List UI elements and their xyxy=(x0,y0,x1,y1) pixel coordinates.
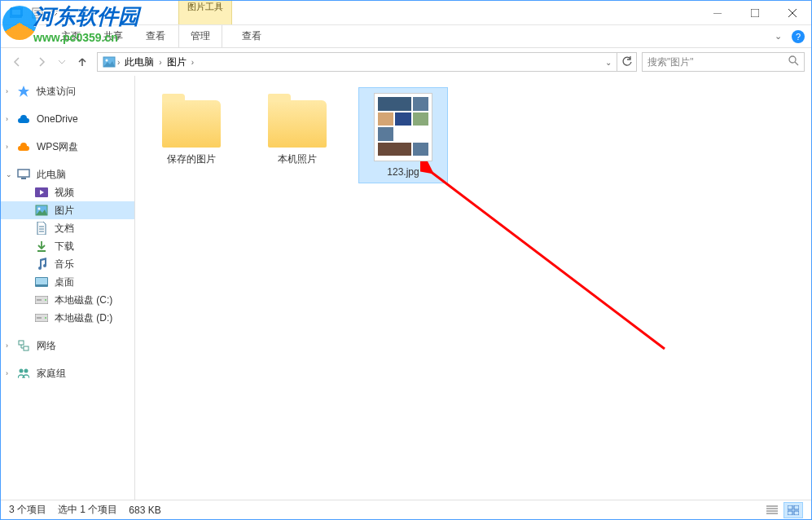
ribbon-tab-picture[interactable]: 查看 xyxy=(230,25,273,47)
breadcrumb[interactable]: › 此电脑 › 图片 › ⌄ xyxy=(97,52,617,72)
contextual-tab-header: 图片工具 xyxy=(179,1,231,12)
sidebar-item-label: 网络 xyxy=(37,339,56,353)
sidebar-item-label: 桌面 xyxy=(55,275,74,289)
chevron-right-icon[interactable]: › xyxy=(159,58,161,67)
sidebar-item-label: 文档 xyxy=(55,222,74,236)
svg-point-19 xyxy=(38,208,41,210)
search-input[interactable]: 搜索"图片" xyxy=(642,52,805,72)
breadcrumb-folder-icon xyxy=(103,55,116,68)
folder-item[interactable]: 保存的图片 xyxy=(147,87,236,171)
svg-line-35 xyxy=(430,171,665,349)
sidebar-item-cloud[interactable]: ›WPS网盘 xyxy=(1,138,134,156)
svg-rect-15 xyxy=(18,170,29,177)
ribbon-expand-icon[interactable]: ⌄ xyxy=(775,31,782,42)
qat-properties-icon[interactable] xyxy=(29,4,46,22)
sidebar-item-star[interactable]: ›快速访问 xyxy=(1,82,134,100)
chevron-right-icon[interactable]: › xyxy=(191,58,194,67)
qat-app-icon[interactable] xyxy=(7,4,25,22)
breadcrumb-dropdown-icon[interactable]: ⌄ xyxy=(605,58,612,67)
sidebar-item-pic-child[interactable]: 图片 xyxy=(1,201,134,219)
svg-rect-41 xyxy=(794,505,799,509)
sidebar-item-label: 视频 xyxy=(55,186,74,200)
expand-arrow-icon[interactable]: › xyxy=(6,342,8,350)
nav-back-button[interactable] xyxy=(7,52,27,72)
annotation-arrow xyxy=(420,161,681,365)
ribbon-tab-home[interactable]: 主页 xyxy=(50,25,92,47)
expand-arrow-icon[interactable]: › xyxy=(6,87,8,95)
svg-rect-32 xyxy=(24,346,29,350)
expand-arrow-icon[interactable]: ⌄ xyxy=(6,170,12,178)
svg-point-33 xyxy=(20,369,24,373)
file-item[interactable]: 123.jpg xyxy=(358,87,448,183)
svg-point-12 xyxy=(106,59,108,62)
sidebar-item-pc[interactable]: ⌄此电脑 xyxy=(1,165,134,183)
desk-icon xyxy=(35,275,48,289)
doc-icon xyxy=(35,222,48,235)
view-icons-button[interactable] xyxy=(783,502,803,518)
nav-forward-button[interactable] xyxy=(32,52,51,72)
svg-point-26 xyxy=(45,299,46,301)
sidebar-item-label: OneDrive xyxy=(37,113,78,125)
breadcrumb-pictures[interactable]: 图片 xyxy=(164,55,190,69)
help-icon[interactable]: ? xyxy=(792,30,805,43)
expand-arrow-icon[interactable]: › xyxy=(6,143,8,151)
svg-rect-24 xyxy=(36,278,47,284)
expand-arrow-icon[interactable]: › xyxy=(6,369,8,377)
svg-rect-31 xyxy=(19,341,24,345)
qat-dropdown-icon[interactable] xyxy=(50,4,59,22)
ribbon-tab-manage[interactable]: 管理 xyxy=(178,25,222,47)
folder-item[interactable]: 本机照片 xyxy=(252,87,342,171)
view-details-button[interactable] xyxy=(762,502,782,518)
svg-rect-40 xyxy=(788,505,792,509)
expand-arrow-icon[interactable]: › xyxy=(6,115,8,123)
svg-rect-27 xyxy=(37,299,42,301)
sidebar-item-music-child[interactable]: 音乐 xyxy=(1,255,134,273)
titlebar: 图片工具 xyxy=(1,1,811,25)
sidebar-item-disk-child[interactable]: 本地磁盘 (C:) xyxy=(1,291,134,309)
sidebar-item-cloud[interactable]: ›OneDrive xyxy=(1,110,134,128)
addressbar: › 此电脑 › 图片 › ⌄ 搜索"图片" xyxy=(1,48,811,76)
status-item-count: 3 个项目 xyxy=(9,503,46,517)
search-icon xyxy=(788,55,799,68)
ribbon-tab-share[interactable]: 共享 xyxy=(92,25,134,47)
pic-icon xyxy=(35,204,48,217)
chevron-right-icon[interactable]: › xyxy=(117,58,120,67)
video-icon xyxy=(35,186,48,199)
sidebar-item-disk-child[interactable]: 本地磁盘 (D:) xyxy=(1,309,134,327)
ribbon-tab-view[interactable]: 查看 xyxy=(134,25,177,47)
sidebar-item-doc-child[interactable]: 文档 xyxy=(1,219,134,237)
down-icon xyxy=(35,240,48,253)
svg-rect-30 xyxy=(37,317,42,319)
disk-icon xyxy=(35,311,48,324)
cloud-icon xyxy=(17,112,30,126)
file-label: 123.jpg xyxy=(387,166,419,178)
sidebar-item-label: 本地磁盘 (D:) xyxy=(55,311,112,325)
statusbar: 3 个项目 选中 1 个项目 683 KB xyxy=(1,500,811,519)
sidebar-item-down-child[interactable]: 下载 xyxy=(1,237,134,255)
status-size: 683 KB xyxy=(129,505,160,516)
cloud-icon xyxy=(17,140,30,153)
breadcrumb-pc[interactable]: 此电脑 xyxy=(121,55,157,69)
home-icon xyxy=(17,367,30,380)
sidebar-item-home[interactable]: ›家庭组 xyxy=(1,364,134,382)
music-icon xyxy=(35,258,48,271)
svg-rect-8 xyxy=(751,9,759,17)
svg-line-14 xyxy=(795,62,798,65)
sidebar-item-net[interactable]: ›网络 xyxy=(1,337,134,355)
sidebar-item-video-child[interactable]: 视频 xyxy=(1,183,134,201)
svg-rect-16 xyxy=(21,178,26,179)
sidebar-item-label: 本地磁盘 (C:) xyxy=(55,293,112,307)
pc-icon xyxy=(17,168,30,181)
sidebar-item-label: 下载 xyxy=(55,240,74,253)
svg-rect-43 xyxy=(794,511,799,515)
file-label: 本机照片 xyxy=(278,152,317,166)
file-list[interactable]: 保存的图片本机照片123.jpg xyxy=(135,76,811,500)
refresh-button[interactable] xyxy=(617,52,637,72)
sidebar-item-desk-child[interactable]: 桌面 xyxy=(1,273,134,291)
close-button[interactable] xyxy=(774,1,811,25)
maximize-button[interactable] xyxy=(736,1,774,25)
nav-up-button[interactable] xyxy=(72,52,92,72)
minimize-button[interactable] xyxy=(699,1,736,25)
svg-point-34 xyxy=(24,369,29,373)
nav-recent-dropdown[interactable] xyxy=(56,52,68,72)
